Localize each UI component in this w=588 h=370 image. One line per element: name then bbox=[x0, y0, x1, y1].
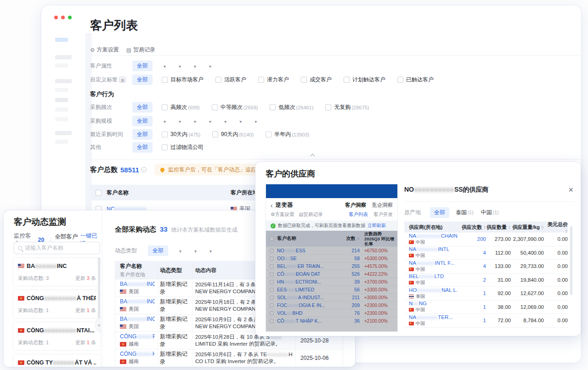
customer-search-input[interactable]: 请输入客户名称 bbox=[14, 242, 100, 254]
inset-customer-row[interactable]: EESxxxLIMITED 56 +3300.00% bbox=[266, 285, 397, 293]
inset-customer-row[interactable]: VOLxxBHD 76 +2300.00% bbox=[266, 309, 397, 317]
supply-times[interactable]: 2 bbox=[458, 277, 486, 283]
customer-name-link[interactable]: NOxxxxESS bbox=[277, 248, 339, 253]
scale-dropdown[interactable] bbox=[207, 118, 211, 125]
maximize-window-icon[interactable] bbox=[68, 16, 72, 19]
loyalty-dropdown[interactable] bbox=[162, 63, 166, 69]
sidebar-item[interactable] bbox=[55, 140, 68, 144]
customer-name-link[interactable]: SOLxxxxA INDUST... bbox=[277, 295, 339, 300]
supply-times[interactable]: 1 bbox=[458, 290, 486, 296]
scale-dropdown[interactable] bbox=[253, 118, 257, 125]
scale-dropdown[interactable] bbox=[162, 118, 166, 125]
supply-times[interactable]: 1 bbox=[458, 318, 486, 323]
checkbox-icon[interactable] bbox=[258, 77, 264, 83]
supplier-name-link[interactable]: NxxNG bbox=[409, 301, 427, 306]
frequency-checkbox[interactable]: 无复购(28675) bbox=[325, 103, 369, 111]
customer-name-link[interactable]: FOCxxxxOGIA E IN... bbox=[277, 302, 339, 308]
all-filter-pill[interactable]: 全部 bbox=[132, 74, 153, 85]
trade-records-button[interactable]: ▤ 贸易记录 bbox=[126, 46, 155, 54]
inset-customer-row[interactable]: NOxxxxESS 214 +6750.00% bbox=[266, 246, 397, 254]
recent-checkbox[interactable]: 30天内(475) bbox=[162, 131, 200, 138]
checkbox-icon[interactable] bbox=[162, 104, 168, 110]
monitored-customer-card[interactable]: CÔNG TYxxxxxxÁT VÀ ... 采购动态数: 2 更新 2 条 bbox=[13, 354, 101, 367]
supplier-name-link[interactable]: BELxxxxxLTD bbox=[409, 273, 444, 279]
row-checkbox[interactable] bbox=[270, 264, 274, 268]
customer-name-link[interactable]: OOxxSE bbox=[277, 256, 339, 261]
customer-name-link[interactable]: CÔNGxxxxxH C... bbox=[120, 351, 155, 357]
origin-all-pill[interactable]: 全部 bbox=[430, 207, 449, 218]
supplier-table-row[interactable]: HOxxxxxxxxNAL L... 泰国 1 92.00 12,627.00 … bbox=[404, 287, 568, 301]
loyalty-dropdown[interactable] bbox=[207, 63, 211, 69]
tag-checkbox[interactable]: 活跃客户 bbox=[215, 76, 246, 84]
customer-name-link[interactable]: BAxxxxxxINC bbox=[120, 316, 155, 322]
customer-name-link[interactable]: BAxxxxxxINC bbox=[120, 281, 155, 287]
origin-tab[interactable]: 泰国(1) bbox=[456, 209, 474, 216]
window-controls[interactable] bbox=[54, 16, 72, 19]
supplier-table-row[interactable]: NxxNG 中国 1 38.00 12,069.00 0.00 bbox=[404, 301, 568, 314]
row-checkbox[interactable] bbox=[270, 272, 274, 276]
row-checkbox[interactable] bbox=[270, 280, 274, 284]
subtab-customer-dev[interactable]: 客户开发 bbox=[373, 211, 393, 218]
inset-customer-row[interactable]: BELxxxxER TRAIN... 255 +4575.00% bbox=[266, 262, 397, 270]
supplier-table-row[interactable]: NAxxxxxxxxCHAIN 中国 200 273.00 2,307,990.… bbox=[404, 233, 568, 246]
supplier-table-row[interactable]: NAxxxxxxINTL F... 中国 4 133.00 29,733.00 … bbox=[404, 260, 568, 273]
checkbox-icon[interactable] bbox=[270, 104, 276, 110]
supply-times[interactable]: 200 bbox=[458, 236, 486, 242]
select-all-checkbox[interactable] bbox=[96, 190, 102, 196]
minimize-window-icon[interactable] bbox=[61, 16, 65, 19]
all-filter-pill[interactable]: 全部 bbox=[148, 245, 168, 256]
supplier-name-link[interactable]: NAxxxxxxINTL F... bbox=[409, 260, 455, 266]
tag-checkbox[interactable]: 潜力客户 bbox=[258, 76, 289, 84]
inset-customer-row[interactable]: FOCxxxxOGIA E IN... 209 +2300.00% bbox=[266, 301, 397, 309]
checkbox-icon[interactable] bbox=[266, 131, 271, 137]
supplier-table-row[interactable]: NAxxxxxxxTER... 中国 1 72.00 8,784.00 0.00 bbox=[404, 314, 568, 328]
scale-dropdown[interactable] bbox=[222, 118, 226, 125]
all-filter-pill[interactable]: 全部 bbox=[132, 142, 153, 153]
tag-checkbox[interactable]: 目标市场客户 bbox=[162, 76, 204, 84]
frequency-checkbox[interactable]: 中等频次(2659) bbox=[212, 103, 258, 111]
dynamics-type-dropdown[interactable] bbox=[192, 248, 197, 254]
row-checkbox[interactable] bbox=[270, 256, 274, 261]
sidebar-item[interactable] bbox=[55, 88, 68, 92]
row-checkbox[interactable] bbox=[270, 319, 274, 323]
close-window-icon[interactable] bbox=[54, 16, 58, 19]
sidebar-item[interactable] bbox=[55, 108, 68, 112]
sidebar-item[interactable] bbox=[55, 117, 68, 121]
frequency-checkbox[interactable]: 高频次(699) bbox=[162, 103, 200, 111]
tag-checkbox[interactable]: 成交客户 bbox=[301, 76, 332, 84]
row-checkbox[interactable] bbox=[270, 311, 274, 315]
monitored-customer-card[interactable]: BAxxxxxx INC 采购动态数: 3 更新 3 条 bbox=[13, 257, 101, 286]
sidebar-item[interactable] bbox=[55, 98, 68, 102]
collapse-filters-button[interactable] bbox=[300, 152, 325, 159]
loyalty-dropdown[interactable] bbox=[177, 63, 181, 69]
all-filter-pill[interactable]: 全部 bbox=[132, 129, 153, 140]
checkbox-icon[interactable] bbox=[162, 131, 168, 137]
inset-customer-row[interactable]: SOLxxxxA INDUST... 211 +3000.00% bbox=[266, 293, 397, 301]
close-icon[interactable]: × bbox=[567, 186, 574, 194]
dynamics-table-row[interactable]: CÔNGxxxxxH C... 越南 新增采购记录 2025年10月6日，有 7… bbox=[115, 349, 343, 366]
supplier-name-link[interactable]: HOxxxxxxxxNAL L... bbox=[409, 287, 458, 293]
inset-customer-row[interactable]: CÔxxxxT NHẬP K... 36 +2100.00% bbox=[266, 317, 397, 324]
manage-tags-icon[interactable]: ▦ bbox=[119, 77, 125, 83]
row-checkbox[interactable] bbox=[270, 288, 274, 292]
tag-checkbox[interactable]: 计划触达客户 bbox=[344, 76, 385, 84]
checkbox-icon[interactable] bbox=[212, 131, 218, 137]
checkbox-icon[interactable] bbox=[325, 104, 331, 110]
trade-records-button[interactable]: ▤贸易记录 bbox=[299, 211, 322, 218]
checkbox-icon[interactable] bbox=[301, 77, 307, 83]
customer-name-link[interactable]: BAxxxxxxINC bbox=[120, 298, 155, 305]
sort-icon[interactable]: ▲▼ bbox=[565, 229, 568, 233]
all-filter-pill[interactable]: 全部 bbox=[132, 102, 153, 113]
inset-customer-row[interactable]: HNxxxxECTRONI... 39 +3700.00% bbox=[266, 278, 397, 285]
supplier-name-link[interactable]: NAxxxxxxxTER... bbox=[409, 314, 453, 320]
supply-times[interactable]: 1 bbox=[458, 304, 486, 310]
loyalty-dropdown[interactable] bbox=[192, 63, 196, 69]
customer-name-link[interactable]: VOLxxBHD bbox=[277, 310, 339, 316]
plan-settings-button[interactable]: ⚙ 方案设置 bbox=[90, 46, 119, 54]
other-checkbox[interactable]: 过滤物流公司 bbox=[162, 143, 204, 151]
sidebar-item[interactable] bbox=[55, 79, 72, 83]
tag-checkbox[interactable]: 已触达客户 bbox=[397, 76, 434, 84]
supply-times[interactable]: 4 bbox=[458, 250, 486, 256]
frequency-checkbox[interactable]: 低频次(26461) bbox=[270, 103, 313, 111]
supplier-table-row[interactable]: BELxxxxxLTD 中国 2 31.00 19,840.00 0.00 bbox=[404, 273, 568, 287]
